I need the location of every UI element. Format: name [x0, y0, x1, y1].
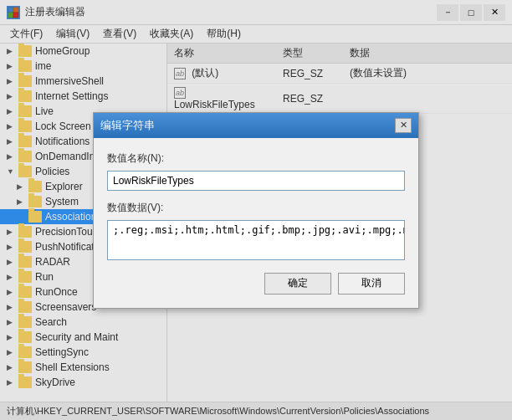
modal-title: 编辑字符串 [100, 118, 155, 133]
edit-string-modal: 编辑字符串 ✕ 数值名称(N): 数值数据(V): 确定 取消 [93, 112, 419, 309]
cancel-button[interactable]: 取消 [338, 273, 405, 295]
data-input[interactable] [107, 220, 405, 260]
modal-overlay: 编辑字符串 ✕ 数值名称(N): 数值数据(V): 确定 取消 [0, 0, 512, 420]
modal-buttons: 确定 取消 [107, 273, 405, 295]
data-label: 数值数据(V): [107, 201, 405, 215]
modal-close-button[interactable]: ✕ [395, 118, 412, 133]
modal-body: 数值名称(N): 数值数据(V): 确定 取消 [94, 138, 418, 308]
name-input[interactable] [107, 171, 405, 191]
name-label: 数值名称(N): [107, 151, 405, 166]
ok-button[interactable]: 确定 [264, 273, 331, 295]
modal-title-bar: 编辑字符串 ✕ [94, 113, 418, 138]
